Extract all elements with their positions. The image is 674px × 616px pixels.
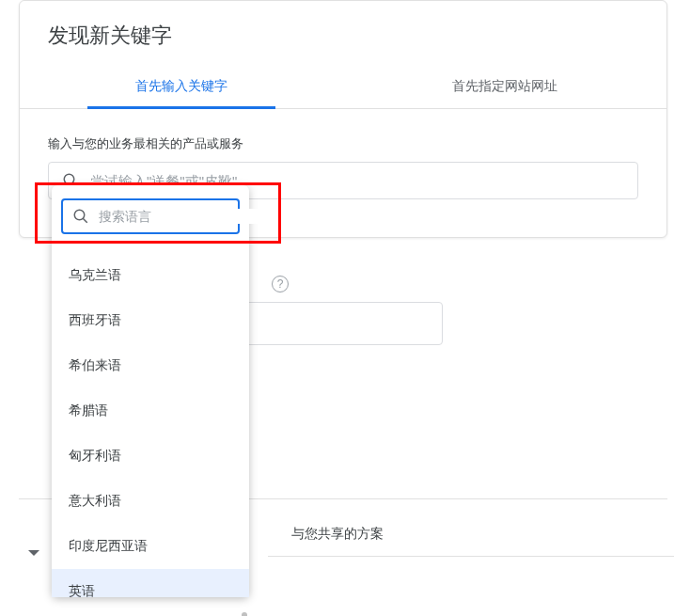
language-option[interactable]: 匈牙利语	[52, 434, 249, 479]
language-option[interactable]: 希腊语	[52, 388, 249, 434]
language-search-row[interactable]	[61, 198, 240, 234]
scrollbar-thumb[interactable]	[242, 612, 247, 616]
tab-keywords[interactable]: 首先输入关键字	[20, 67, 343, 108]
svg-point-2	[74, 210, 85, 220]
language-option[interactable]: 西班牙语	[52, 298, 249, 343]
language-option[interactable]: 希伯来语	[52, 343, 249, 388]
shared-plans-tab[interactable]: 与您共享的方案	[291, 526, 384, 543]
search-icon	[72, 208, 89, 225]
language-list[interactable]: 乌克兰语 西班牙语 希伯来语 希腊语 匈牙利语 意大利语 印度尼西亚语 英语	[52, 240, 249, 597]
section-label: 输入与您的业务最相关的产品或服务	[20, 109, 666, 162]
language-search-input[interactable]	[99, 209, 263, 224]
language-option-selected[interactable]: 英语	[52, 569, 249, 597]
divider	[268, 556, 674, 557]
help-icon[interactable]: ?	[272, 276, 289, 292]
language-dropdown: 乌克兰语 西班牙语 希伯来语 希腊语 匈牙利语 意大利语 印度尼西亚语 英语	[52, 185, 249, 597]
language-option[interactable]: 乌克兰语	[52, 253, 249, 298]
tabs: 首先输入关键字 首先指定网站网址	[20, 67, 666, 109]
tab-website[interactable]: 首先指定网站网址	[343, 67, 666, 108]
language-option[interactable]: 印度尼西亚语	[52, 524, 249, 569]
svg-point-0	[64, 174, 74, 184]
page-title: 发现新关键字	[20, 1, 666, 67]
svg-line-3	[83, 218, 87, 223]
chevron-down-icon[interactable]	[28, 550, 39, 556]
language-option[interactable]: 意大利语	[52, 479, 249, 524]
